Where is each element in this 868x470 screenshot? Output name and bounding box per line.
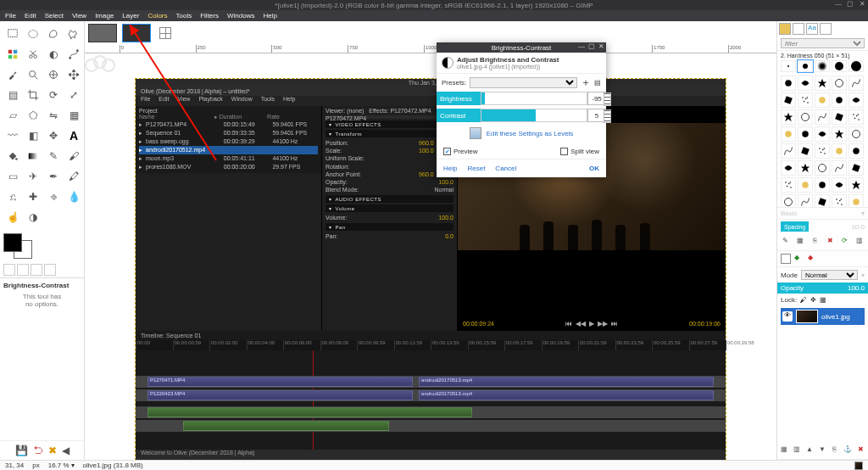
- tool-flip-icon[interactable]: ⇋: [44, 106, 63, 125]
- layer-visibility-icon[interactable]: 👁: [782, 311, 793, 322]
- tool-by-color-icon[interactable]: [3, 45, 22, 64]
- window-minimize-icon[interactable]: —: [834, 0, 843, 8]
- tool-ink-icon[interactable]: ✒: [44, 167, 63, 186]
- reset-options-icon[interactable]: ◀: [62, 445, 70, 456]
- brush-new-icon[interactable]: ▦: [796, 237, 806, 247]
- brush-refresh-icon[interactable]: ⟳: [840, 237, 850, 247]
- brush-preset[interactable]: [815, 76, 830, 91]
- restore-options-icon[interactable]: ⮌: [33, 445, 43, 456]
- tool-warp-icon[interactable]: 〰: [3, 126, 22, 145]
- save-options-icon[interactable]: 💾: [15, 445, 28, 456]
- history-tab-icon[interactable]: [820, 23, 832, 35]
- brush-preset[interactable]: [781, 109, 796, 125]
- tool-clone-icon[interactable]: ⎌: [3, 187, 22, 206]
- tool-free-select-icon[interactable]: [44, 25, 63, 43]
- brush-preset[interactable]: [832, 92, 847, 108]
- layer-mode-select[interactable]: Normal: [801, 270, 858, 280]
- dlg-close-icon[interactable]: ✕: [598, 42, 604, 50]
- tool-heal-icon[interactable]: ✚: [24, 187, 42, 206]
- brush-preset[interactable]: [781, 92, 796, 108]
- menu-colors[interactable]: Colors: [147, 12, 167, 20]
- fg-color-swatch[interactable]: [3, 233, 22, 252]
- image-tab-1[interactable]: [88, 24, 117, 42]
- tool-smudge-icon[interactable]: ☝: [3, 208, 22, 227]
- brush-preset[interactable]: [832, 126, 847, 142]
- dlg-max-icon[interactable]: ▢: [588, 42, 595, 50]
- menu-layer[interactable]: Layer: [122, 12, 139, 20]
- images-tab-icon[interactable]: [44, 264, 56, 276]
- layer-down-icon[interactable]: ▼: [818, 445, 826, 456]
- tool-fuzzy-select-icon[interactable]: [64, 25, 83, 43]
- dlg-reset[interactable]: Reset: [467, 165, 485, 172]
- brush-preset[interactable]: [849, 92, 864, 108]
- tool-shear-icon[interactable]: ▱: [3, 106, 22, 125]
- brush-preset[interactable]: [849, 76, 864, 91]
- dlg-min-icon[interactable]: —: [578, 42, 585, 50]
- tool-crop-icon[interactable]: [24, 86, 42, 104]
- window-maximize-icon[interactable]: ▢: [846, 0, 854, 8]
- brush-preset[interactable]: [815, 177, 830, 193]
- undo-history-tab-icon[interactable]: [31, 264, 42, 276]
- menu-image[interactable]: Image: [95, 12, 114, 20]
- lock-alpha-icon[interactable]: ▦: [820, 296, 826, 304]
- brush-preset[interactable]: [849, 126, 864, 142]
- layer-dup-icon[interactable]: ⎘: [831, 445, 838, 456]
- brush-preset[interactable]: [781, 126, 796, 142]
- brush-preset[interactable]: [815, 160, 830, 176]
- preset-manage-icon[interactable]: ▤: [594, 79, 601, 87]
- brushes-tab-icon[interactable]: [779, 23, 791, 35]
- layer-group-icon[interactable]: ▥: [793, 445, 801, 456]
- tool-ellipse-select-icon[interactable]: [24, 25, 42, 43]
- brush-preset[interactable]: [781, 177, 796, 193]
- lock-pixels-icon[interactable]: 🖌: [800, 296, 807, 304]
- brush-preset[interactable]: [832, 194, 847, 208]
- brush-preset[interactable]: [849, 177, 864, 193]
- layer-delete-icon[interactable]: ✖: [857, 445, 865, 456]
- window-close-icon[interactable]: ✕: [858, 0, 866, 8]
- brush-preset[interactable]: [798, 109, 813, 125]
- tool-perspective-clone-icon[interactable]: ⎆: [44, 187, 63, 206]
- tool-dodge-icon[interactable]: ◑: [24, 208, 42, 227]
- brush-folder-icon[interactable]: ▥: [855, 237, 865, 247]
- paths-tab-icon[interactable]: ◆: [808, 254, 818, 264]
- fg-bg-colors[interactable]: [3, 233, 37, 259]
- brush-grid[interactable]: [777, 72, 868, 208]
- image-tab-2[interactable]: [122, 24, 151, 42]
- brush-preset[interactable]: [781, 143, 796, 159]
- edit-as-levels-link[interactable]: Edit these Settings as Levels: [487, 130, 574, 137]
- layer-up-icon[interactable]: ▲: [806, 445, 814, 456]
- brush-preset[interactable]: [798, 177, 813, 193]
- brush-del-icon[interactable]: ✖: [826, 237, 836, 247]
- menu-edit[interactable]: Edit: [25, 12, 36, 20]
- tool-zoom-icon[interactable]: [24, 65, 42, 84]
- layers-tab-icon[interactable]: [781, 254, 791, 264]
- brush-preset[interactable]: [832, 109, 847, 125]
- dlg-cancel[interactable]: Cancel: [495, 165, 516, 172]
- device-status-tab-icon[interactable]: [17, 264, 29, 276]
- brush-preset[interactable]: [815, 126, 830, 142]
- brush-preset[interactable]: [781, 76, 796, 91]
- tool-paths-icon[interactable]: [64, 45, 83, 64]
- tool-cage-icon[interactable]: ▦: [64, 106, 83, 125]
- brush-preset[interactable]: [832, 177, 847, 193]
- brush-preset[interactable]: [798, 92, 813, 108]
- splitview-checkbox[interactable]: Split view: [560, 148, 599, 155]
- layer-new-icon[interactable]: ▦: [781, 445, 788, 456]
- lock-position-icon[interactable]: ✥: [810, 296, 816, 304]
- brush-preset[interactable]: [781, 194, 796, 208]
- tool-align-icon[interactable]: ▤: [3, 86, 22, 104]
- tool-color-picker-icon[interactable]: [3, 65, 22, 84]
- brush-preset[interactable]: [798, 126, 813, 142]
- tool-blur-icon[interactable]: 💧: [64, 187, 83, 206]
- tool-airbrush-icon[interactable]: ✈: [24, 167, 42, 186]
- menu-filters[interactable]: Filters: [200, 12, 219, 20]
- tool-unified-icon[interactable]: ◧: [24, 126, 42, 145]
- unit-select[interactable]: px: [32, 462, 39, 469]
- brush-preset[interactable]: [815, 92, 830, 108]
- tool-text-icon[interactable]: A: [64, 126, 83, 145]
- zoom-select[interactable]: 16.7 % ▾: [48, 462, 75, 469]
- layer-item[interactable]: 👁 olive1.jpg: [781, 308, 865, 325]
- contrast-slider[interactable]: [481, 109, 587, 122]
- brush-preset[interactable]: [798, 143, 813, 159]
- brush-preset[interactable]: [832, 76, 847, 91]
